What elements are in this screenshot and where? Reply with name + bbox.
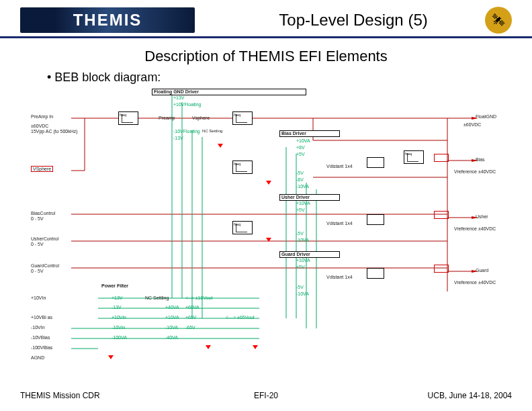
- pf-m65v: -65V: [185, 325, 195, 330]
- pf-p60va: +60VA: [185, 305, 200, 310]
- themis-logo: THEMIS: [20, 7, 195, 33]
- lbl-vdist-u: Vdistant 1x4: [326, 221, 353, 226]
- lbl-p13v: +13V: [173, 95, 185, 100]
- lbl-vsphere: VSphere: [31, 167, 53, 171]
- out-guard: [434, 265, 449, 273]
- out-bias: [434, 154, 449, 162]
- lbl-b-m5v: -5V: [296, 171, 304, 175]
- lbl-usher-ctl: UsherControl: [31, 236, 58, 241]
- section-power: Power Filter: [101, 283, 128, 288]
- section-guard: Guard Driver: [279, 251, 340, 258]
- gnd-icon-4: [108, 355, 114, 361]
- pf-pm10vout: <--> ±10Vout: [185, 295, 212, 300]
- vout-box-b: [367, 157, 384, 168]
- footer-center: EFI-20: [254, 391, 278, 400]
- bullet-beb: • BEB block diagram:: [47, 71, 532, 85]
- lbl-m10vbias: -10VBias: [31, 335, 50, 340]
- footer-right: UCB, June 14-18, 2004: [428, 391, 512, 400]
- lbl-preamp-mid: Preamp: [159, 116, 175, 120]
- section-usher: Usher Driver: [279, 194, 340, 201]
- pf-m10vin2: -10Vin: [112, 325, 125, 330]
- lbl-g-m10va: -10VA: [296, 291, 309, 296]
- gnd-icon-5: [206, 345, 211, 351]
- slide-header: THEMIS Top-Level Design (5) 🛰: [0, 0, 532, 38]
- lbl-ncset: NC Settling: [202, 129, 222, 133]
- lbl-guard-ctl: GuardControl: [31, 263, 59, 268]
- pf-pm65vout: <---> ±65Vout: [226, 315, 255, 320]
- pf-p10vin2: +10Vin: [112, 315, 126, 320]
- lbl-agnd: AGND: [31, 355, 44, 360]
- lbl-u-5v: +5V: [296, 208, 305, 212]
- lbl-usher-vref: Vreference ±40VDC: [454, 226, 496, 231]
- lbl-g-10va: +10VA: [296, 258, 310, 263]
- lbl-guard: Guard: [476, 268, 488, 273]
- lbl-preamp-ac: 15Vpp AC (to 500kHz): [31, 129, 78, 134]
- filter-bias-2: freq: [404, 150, 424, 164]
- gnd-icon-3: [266, 238, 271, 243]
- mission-crest-icon: 🛰: [485, 7, 512, 34]
- lbl-m13v: -13V: [173, 136, 183, 140]
- lbl-bias-vref: Vreference ±40VDC: [454, 169, 496, 174]
- lbl-guard-rng: 0 - 5V: [31, 269, 44, 273]
- lbl-vsphere-mid: Vsphere: [192, 116, 210, 120]
- lbl-vdist-g: Vdistant 1x4: [326, 275, 353, 279]
- lbl-p10vinbias: +10VBi as: [31, 315, 52, 320]
- lbl-u-10va: +10VA: [296, 201, 310, 205]
- lbl-u-m5v: -5V: [296, 231, 304, 236]
- lbl-m100vbias: -100VBias: [31, 345, 52, 350]
- pf-p10va2: +10VA: [165, 315, 179, 320]
- gnd-icon-1: [218, 144, 223, 149]
- gnd-icon-6: [253, 345, 258, 351]
- lbl-b-10va: +10VA: [296, 138, 310, 143]
- lbl-bias-rng: 0 - 5V: [31, 216, 44, 221]
- lbl-g-5v: +5V: [296, 265, 305, 269]
- footer-left: THEMIS Mission CDR: [20, 391, 100, 400]
- pf-p40va: +40VA: [165, 305, 179, 310]
- pf-ncset1: NC Settling: [145, 295, 169, 300]
- pf-m100vin: -100VA: [112, 335, 127, 340]
- filter-box-1: freq: [118, 111, 138, 125]
- lbl-floatrange: ±60VDC: [463, 122, 481, 127]
- lbl-b-5v: +5V: [296, 152, 305, 156]
- lbl-usher-rng: 0 - 5V: [31, 242, 44, 246]
- out-usher: [434, 211, 449, 219]
- pf-m10va2: -10VA: [165, 325, 178, 330]
- beb-block-diagram: Floating GND Driver Bias Driver Usher Dr…: [31, 90, 501, 359]
- lbl-bias-ctl: BiasControl: [31, 211, 55, 216]
- lbl-preamp-range: ±60VDC: [31, 124, 48, 128]
- lbl-b-m10va: -10VA: [296, 184, 309, 189]
- lbl-p10vf: +10VFloating: [173, 102, 201, 107]
- vout-box-g: [367, 268, 384, 279]
- pf-p13vin: +13V: [112, 295, 123, 300]
- slide-footer: THEMIS Mission CDR EFI-20 UCB, June 14-1…: [0, 391, 532, 400]
- lbl-b-m8v: -8V: [296, 177, 304, 182]
- section-bias: Bias Driver: [279, 130, 340, 137]
- filter-usher: freq: [232, 221, 253, 234]
- lbl-preamp-in: PreAmp In: [31, 114, 53, 119]
- lbl-p10vin: +10VIn: [31, 295, 46, 300]
- lbl-g-m5v: -5V: [296, 285, 304, 289]
- filter-box-2: freq: [232, 111, 253, 125]
- lbl-bias: Bias: [476, 157, 485, 162]
- lbl-m10vin: -10VIn: [31, 325, 45, 330]
- gnd-icon-2: [266, 181, 271, 186]
- pf-m13vin: -13V: [112, 305, 122, 310]
- slide-subtitle: Description of THEMIS EFI Elements: [0, 48, 532, 65]
- slide-title: Top-Level Design (5): [195, 11, 485, 30]
- lbl-u-m10va: -10VA: [296, 238, 309, 242]
- vout-box-u: [367, 214, 384, 225]
- lbl-guard-vref: Vreference ±40VDC: [454, 280, 496, 285]
- pf-m40va: -40VA: [165, 335, 178, 340]
- lbl-usher: Usher: [476, 214, 488, 219]
- lbl-m10vf: -10VFloating: [173, 129, 200, 134]
- lbl-floatgnd: FloatGND: [476, 114, 496, 119]
- section-fgnd: Floating GND Driver: [152, 89, 306, 95]
- pf-p65v: +65V: [185, 315, 197, 320]
- filter-bias: freq: [232, 161, 253, 174]
- lbl-vdist-b: Vdistant 1x4: [326, 164, 353, 169]
- lbl-b-8v: +8V: [296, 145, 305, 150]
